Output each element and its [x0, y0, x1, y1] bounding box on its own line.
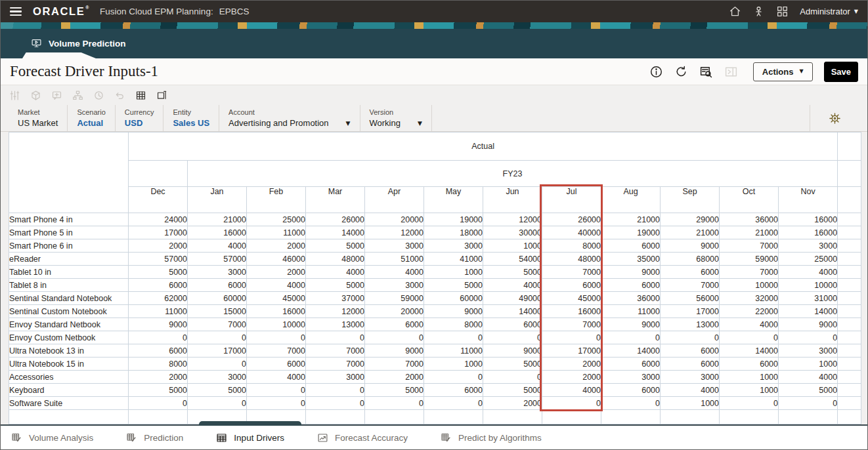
row-header-ultra-notebook-13-in[interactable]: Ultra Notebook 13 in: [9, 344, 129, 358]
data-cell-ultra-notebook-13-in-may[interactable]: 11000: [424, 344, 483, 358]
tab-forecast-accuracy[interactable]: Forecast Accuracy: [317, 426, 408, 449]
data-cell-smart-phone-4-in-aug[interactable]: 21000: [601, 213, 661, 226]
data-cell-smart-phone-5-in-apr[interactable]: 12000: [365, 226, 424, 239]
data-cell-smart-phone-4-in-apr[interactable]: 20000: [365, 213, 424, 226]
data-cell-smart-phone-6-in-apr[interactable]: 3000: [365, 239, 424, 253]
month-header-nov[interactable]: Nov: [779, 187, 838, 213]
data-cell-keyboard-aug[interactable]: 6000: [601, 384, 661, 397]
data-cell-ultra-notebook-15-in-mar[interactable]: 7000: [306, 358, 365, 371]
data-cell-smart-phone-4-in-dec[interactable]: 24000: [129, 213, 188, 226]
month-header-jun[interactable]: Jun: [483, 187, 542, 213]
pov-item-entity[interactable]: EntitySales US: [163, 105, 219, 131]
apps-grid-icon[interactable]: [776, 5, 789, 18]
data-cell-ereader-aug[interactable]: 35000: [601, 253, 661, 266]
row-header-sentinal-custom-notebook[interactable]: Sentinal Custom Notebook: [9, 305, 129, 318]
data-cell-tablet-10-in-dec[interactable]: 5000: [129, 266, 188, 279]
data-cell-sentinal-standard-notebook-oct[interactable]: 32000: [720, 292, 779, 305]
data-cell-accessories-nov[interactable]: 4000: [779, 371, 838, 384]
data-cell-accessories-aug[interactable]: 3000: [601, 371, 661, 384]
data-cell-ultra-notebook-13-in-nov[interactable]: 3000: [779, 344, 838, 358]
data-cell-tablet-10-in-jul[interactable]: 7000: [542, 266, 601, 279]
data-cell-ereader-apr[interactable]: 51000: [365, 253, 424, 266]
data-cell-smart-phone-5-in-feb[interactable]: 11000: [247, 226, 306, 239]
chevron-down-icon[interactable]: ▼: [346, 120, 351, 127]
data-cell-sentinal-standard-notebook-jun[interactable]: 49000: [483, 292, 542, 305]
tab-predict-by-algorithms[interactable]: Predict by Algorithms: [441, 426, 542, 449]
data-cell-ultra-notebook-13-in-apr[interactable]: 9000: [365, 344, 424, 358]
data-cell-ultra-notebook-13-in-mar[interactable]: 7000: [306, 344, 365, 358]
month-header-jan[interactable]: Jan: [188, 187, 247, 213]
data-cell-envoy-standard-netbook-sep[interactable]: 13000: [661, 318, 720, 331]
data-cell-tablet-10-in-jun[interactable]: 5000: [483, 266, 542, 279]
refresh-icon[interactable]: [674, 65, 688, 79]
pov-item-account[interactable]: AccountAdvertising and Promotion▼: [219, 105, 360, 131]
data-cell-sentinal-custom-notebook-apr[interactable]: 20000: [365, 305, 424, 318]
data-cell-sentinal-standard-notebook-mar[interactable]: 37000: [306, 292, 365, 305]
data-cell-sentinal-custom-notebook-may[interactable]: 9000: [424, 305, 483, 318]
data-cell-smart-phone-4-in-sep[interactable]: 29000: [661, 213, 720, 226]
data-cell-tablet-8-in-jan[interactable]: 6000: [188, 279, 247, 292]
data-cell-sentinal-custom-notebook-sep[interactable]: 17000: [661, 305, 720, 318]
data-cell-ultra-notebook-15-in-feb[interactable]: 6000: [247, 358, 306, 371]
data-cell-tablet-10-in-may[interactable]: 1000: [424, 266, 483, 279]
tab-volume-analysis[interactable]: Volume Analysis: [11, 426, 93, 449]
data-cell-software-suite-jun[interactable]: 2000: [483, 397, 542, 410]
month-header-aug[interactable]: Aug: [601, 187, 661, 213]
data-cell-sentinal-custom-notebook-nov[interactable]: 14000: [779, 305, 838, 318]
data-cell-tablet-8-in-aug[interactable]: 6000: [601, 279, 661, 292]
data-cell-smart-phone-5-in-aug[interactable]: 19000: [601, 226, 661, 239]
form-layout-icon[interactable]: [156, 90, 167, 101]
row-header-sentinal-standard-notebook[interactable]: Sentinal Standard Notebook: [9, 292, 129, 305]
info-icon[interactable]: [649, 65, 663, 79]
data-cell-envoy-standard-netbook-dec[interactable]: 9000: [129, 318, 188, 331]
data-cell-software-suite-may[interactable]: 0: [424, 397, 483, 410]
save-button[interactable]: Save: [824, 62, 858, 82]
data-cell-tablet-8-in-may[interactable]: 5000: [424, 279, 483, 292]
pov-item-scenario[interactable]: ScenarioActual: [68, 105, 115, 131]
data-cell-ereader-jul[interactable]: 48000: [542, 253, 601, 266]
grid-view-icon[interactable]: [135, 90, 146, 101]
pov-value[interactable]: Sales US: [173, 118, 209, 128]
data-cell-tablet-8-in-jun[interactable]: 4000: [483, 279, 542, 292]
row-header-keyboard[interactable]: Keyboard: [9, 384, 129, 397]
person-icon[interactable]: [752, 5, 765, 18]
data-cell-accessories-jul[interactable]: 2000: [542, 371, 601, 384]
pov-value[interactable]: Advertising and Promotion▼: [228, 118, 350, 128]
data-cell-software-suite-dec[interactable]: 0: [129, 397, 188, 410]
data-cell-sentinal-custom-notebook-jun[interactable]: 14000: [483, 305, 542, 318]
data-cell-ereader-jun[interactable]: 54000: [483, 253, 542, 266]
tab-volume-prediction[interactable]: Volume Prediction: [31, 38, 126, 49]
data-cell-smart-phone-5-in-mar[interactable]: 14000: [306, 226, 365, 239]
data-cell-envoy-standard-netbook-jun[interactable]: 6000: [483, 318, 542, 331]
row-header-ultra-notebook-15-in[interactable]: Ultra Notebook 15 in: [9, 358, 129, 371]
data-cell-keyboard-dec[interactable]: 5000: [129, 384, 188, 397]
data-cell-software-suite-apr[interactable]: 0: [365, 397, 424, 410]
tab-prediction[interactable]: Prediction: [126, 426, 183, 449]
data-cell-keyboard-feb[interactable]: 0: [247, 384, 306, 397]
data-cell-ultra-notebook-15-in-sep[interactable]: 6000: [661, 358, 720, 371]
data-cell-smart-phone-6-in-jun[interactable]: 1000: [483, 239, 542, 253]
tab-input-drivers[interactable]: Input Drivers: [216, 426, 284, 449]
pov-value[interactable]: Working▼: [370, 118, 422, 128]
row-header-tablet-8-in[interactable]: Tablet 8 in: [9, 279, 129, 292]
data-cell-keyboard-jul[interactable]: 4000: [542, 384, 601, 397]
data-cell-accessories-mar[interactable]: 3000: [306, 371, 365, 384]
data-cell-ultra-notebook-15-in-may[interactable]: 1000: [424, 358, 483, 371]
data-cell-envoy-custom-netbook-nov[interactable]: 0: [779, 331, 838, 344]
data-cell-software-suite-feb[interactable]: 0: [247, 397, 306, 410]
data-cell-ultra-notebook-15-in-oct[interactable]: 6000: [720, 358, 779, 371]
data-cell-tablet-8-in-feb[interactable]: 4000: [247, 279, 306, 292]
data-cell-tablet-10-in-apr[interactable]: 4000: [365, 266, 424, 279]
data-cell-tablet-10-in-nov[interactable]: 4000: [779, 266, 838, 279]
data-cell-envoy-standard-netbook-may[interactable]: 8000: [424, 318, 483, 331]
data-cell-ereader-nov[interactable]: 25000: [779, 253, 838, 266]
data-cell-envoy-custom-netbook-jan[interactable]: 0: [188, 331, 247, 344]
data-cell-ultra-notebook-13-in-aug[interactable]: 14000: [601, 344, 661, 358]
month-header-oct[interactable]: Oct: [720, 187, 779, 213]
data-cell-ultra-notebook-15-in-nov[interactable]: 1000: [779, 358, 838, 371]
data-cell-smart-phone-5-in-nov[interactable]: 16000: [779, 226, 838, 239]
data-cell-software-suite-oct[interactable]: 0: [720, 397, 779, 410]
data-cell-ultra-notebook-13-in-jun[interactable]: 9000: [483, 344, 542, 358]
data-cell-smart-phone-6-in-sep[interactable]: 9000: [661, 239, 720, 253]
data-cell-sentinal-standard-notebook-aug[interactable]: 36000: [601, 292, 661, 305]
